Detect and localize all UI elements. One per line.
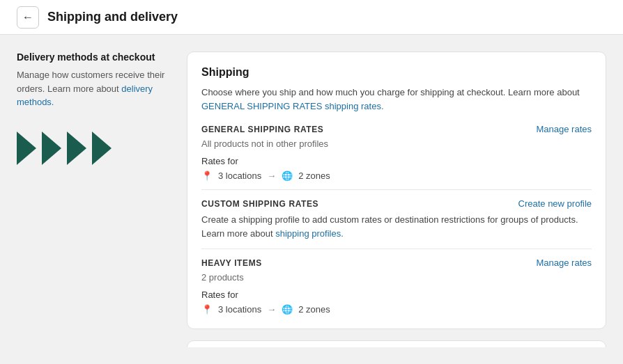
heavy-items-label: HEAVY ITEMS (201, 258, 262, 268)
back-button[interactable]: ← (17, 6, 39, 29)
heavy-locations: 3 locations (218, 304, 261, 315)
general-rates-row: 📍 3 locations → 🌐 2 zones (201, 171, 592, 181)
content-area: Shipping Choose where you ship and how m… (187, 52, 606, 347)
shipping-rates-link[interactable]: GENERAL SHIPPING RATES (201, 101, 322, 111)
custom-shipping-header: CUSTOM SHIPPING RATES Create new profile (201, 198, 592, 209)
sidebar-description: Manage how customers receive their order… (17, 68, 170, 109)
page-title: Shipping and delivery (47, 10, 178, 24)
chevron-1 (17, 132, 36, 165)
arrow-general: → (267, 171, 276, 181)
local-delivery-card: Local delivery Deliver orders directly t… (187, 340, 606, 347)
shipping-card: Shipping Choose where you ship and how m… (187, 52, 606, 329)
heavy-zones: 2 zones (298, 304, 330, 315)
custom-shipping-description: Create a shipping profile to add custom … (201, 213, 592, 240)
divider-2 (201, 248, 592, 249)
divider-1 (201, 189, 592, 190)
create-new-profile-link[interactable]: Create new profile (518, 198, 592, 209)
shipping-profiles-link[interactable]: shipping profiles. (275, 228, 344, 239)
heavy-items-header: HEAVY ITEMS Manage rates (201, 258, 592, 268)
manage-rates-link-heavy[interactable]: Manage rates (537, 258, 592, 268)
general-locations: 3 locations (218, 171, 261, 181)
general-shipping-sub: All products not in other profiles (201, 139, 592, 149)
arrow-heavy: → (267, 304, 276, 315)
pin-icon-general: 📍 (201, 171, 213, 181)
heavy-products-count: 2 products (201, 272, 592, 283)
chevron-2 (42, 132, 61, 165)
main-layout: Delivery methods at checkout Manage how … (0, 35, 623, 364)
sidebar: Delivery methods at checkout Manage how … (17, 52, 170, 347)
shipping-card-title: Shipping (201, 66, 592, 79)
general-rates-for-label: Rates for (201, 156, 592, 166)
heavy-rates-for-label: Rates for (201, 290, 592, 300)
globe-icon-heavy: 🌐 (282, 304, 293, 315)
chevrons-decoration (17, 132, 170, 165)
sidebar-title: Delivery methods at checkout (17, 52, 170, 63)
general-shipping-label: GENERAL SHIPPING RATES (201, 125, 323, 134)
chevron-4 (92, 132, 111, 165)
page-header: ← Shipping and delivery (0, 0, 623, 35)
shipping-rates-desc-link[interactable]: shipping rates. (325, 101, 384, 111)
chevron-3 (67, 132, 86, 165)
general-shipping-header: GENERAL SHIPPING RATES Manage rates (201, 124, 592, 134)
globe-icon-general: 🌐 (282, 171, 293, 181)
general-zones: 2 zones (298, 171, 330, 181)
heavy-rates-row: 📍 3 locations → 🌐 2 zones (201, 304, 592, 315)
back-icon: ← (22, 11, 33, 24)
custom-shipping-label: CUSTOM SHIPPING RATES (201, 199, 318, 209)
manage-rates-link-general[interactable]: Manage rates (537, 124, 592, 134)
pin-icon-heavy: 📍 (201, 304, 213, 315)
shipping-card-description: Choose where you ship and how much you c… (201, 86, 592, 113)
